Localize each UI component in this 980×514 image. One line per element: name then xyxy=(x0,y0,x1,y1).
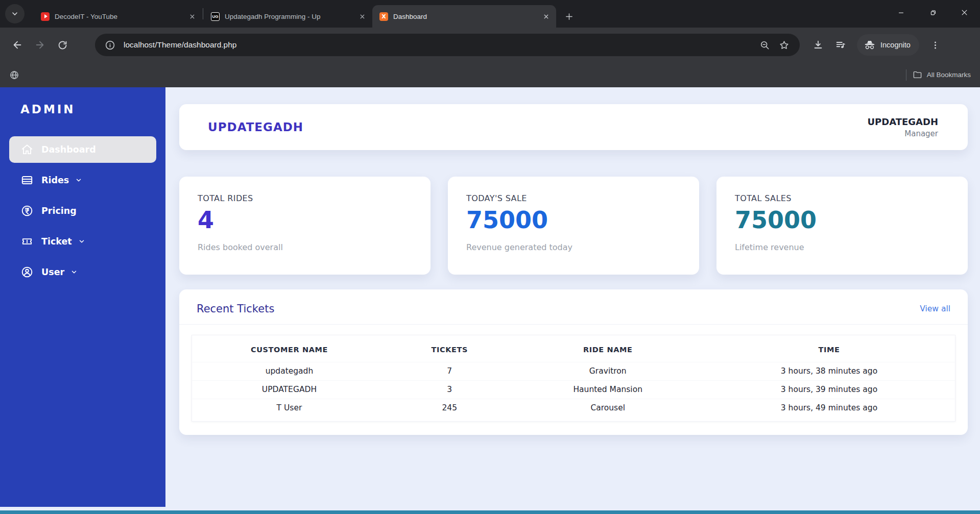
cell-tickets: 7 xyxy=(387,366,513,376)
youtube-icon xyxy=(41,12,50,21)
incognito-badge[interactable]: Incognito xyxy=(857,34,919,56)
main-content: UPDATEGADH UPDATEGADH Manager TOTAL RIDE… xyxy=(165,87,980,514)
user-role: Manager xyxy=(867,129,938,138)
house-icon xyxy=(20,143,34,156)
media-queue-icon xyxy=(835,39,846,51)
back-arrow-icon xyxy=(12,39,23,51)
chevron-down-icon xyxy=(75,177,82,184)
cell-time: 3 hours, 39 minutes ago xyxy=(703,385,955,394)
tab-strip: DecodeIT - YouTube UG Updategadh Program… xyxy=(0,0,980,28)
download-icon xyxy=(812,39,824,51)
column-header-tickets: TICKETS xyxy=(387,346,513,354)
back-button[interactable] xyxy=(6,34,29,56)
cell-tickets: 3 xyxy=(387,385,513,394)
tab-updategadh[interactable]: UG Updategadh Programming - Up xyxy=(204,5,372,28)
sidebar-item-rides[interactable]: Rides xyxy=(9,167,156,193)
tickets-header: Recent Tickets View all xyxy=(179,289,968,325)
sidebar-item-ticket[interactable]: Ticket xyxy=(9,228,156,255)
minimize-button[interactable] xyxy=(885,0,917,25)
sidebar-item-label: Rides xyxy=(41,175,69,185)
sidebar-item-label: Ticket xyxy=(41,236,72,247)
download-button[interactable] xyxy=(807,34,829,56)
column-header-time: TIME xyxy=(703,346,955,354)
sidebar-item-label: Pricing xyxy=(41,206,77,216)
ticket-icon xyxy=(20,235,34,248)
cell-tickets: 245 xyxy=(387,403,513,412)
dashboard-page: ADMIN Dashboard Rides xyxy=(0,87,980,514)
forward-button[interactable] xyxy=(29,34,51,56)
omnibox[interactable]: localhost/Theme/dashboard.php xyxy=(95,34,800,56)
person-icon xyxy=(20,265,34,279)
cell-customer: T User xyxy=(192,403,387,412)
stat-label: TOTAL RIDES xyxy=(198,193,412,203)
forward-arrow-icon xyxy=(34,39,45,51)
reload-icon xyxy=(57,40,68,51)
cell-time: 3 hours, 38 minutes ago xyxy=(703,366,955,376)
sidebar-item-dashboard[interactable]: Dashboard xyxy=(9,136,156,163)
tab-dashboard-active[interactable]: X Dashboard xyxy=(372,5,556,28)
bookmarks-divider xyxy=(906,69,906,81)
sidebar-item-user[interactable]: User xyxy=(9,259,156,285)
stat-description: Lifetime revenue xyxy=(735,242,949,252)
tab-close-button[interactable] xyxy=(541,11,551,21)
xampp-icon: X xyxy=(379,12,388,21)
user-info: UPDATEGADH Manager xyxy=(867,116,938,138)
tab-title: DecodeIT - YouTube xyxy=(55,13,182,20)
cell-ride: Gravitron xyxy=(512,366,703,376)
page-title: UPDATEGADH xyxy=(208,120,303,134)
all-bookmarks-label: All Bookmarks xyxy=(927,71,971,79)
user-name: UPDATEGADH xyxy=(867,116,938,127)
cell-customer: UPDATEGADH xyxy=(192,385,387,394)
tab-close-button[interactable] xyxy=(357,11,367,21)
column-header-ride: RIDE NAME xyxy=(512,346,703,354)
cell-customer: updategadh xyxy=(192,366,387,376)
all-bookmarks-button[interactable]: All Bookmarks xyxy=(913,70,971,80)
tab-search-button[interactable] xyxy=(5,4,25,23)
bottom-strip xyxy=(0,510,980,514)
recent-tickets-card: Recent Tickets View all CUSTOMER NAME TI… xyxy=(179,289,968,435)
new-tab-button[interactable] xyxy=(561,9,577,24)
plus-icon xyxy=(565,12,573,21)
tab-title: Updategadh Programming - Up xyxy=(225,13,352,20)
reload-button[interactable] xyxy=(51,34,74,56)
sidebar: ADMIN Dashboard Rides xyxy=(0,87,165,507)
stat-value: 75000 xyxy=(735,208,949,232)
stat-card-todays-sale: TODAY'S SALE 75000 Revenue generated tod… xyxy=(448,177,699,275)
stat-label: TOTAL SALES xyxy=(735,193,949,203)
url-text[interactable]: localhost/Theme/dashboard.php xyxy=(124,40,755,50)
maximize-button[interactable] xyxy=(917,0,948,25)
info-icon xyxy=(105,40,115,51)
tab-close-button[interactable] xyxy=(187,11,197,21)
site-info-button[interactable] xyxy=(102,37,117,53)
window-controls xyxy=(885,0,980,25)
stat-card-total-sales: TOTAL SALES 75000 Lifetime revenue xyxy=(716,177,968,275)
magnifier-icon xyxy=(759,40,770,51)
bookmark-button[interactable] xyxy=(774,35,794,55)
globe-icon[interactable] xyxy=(9,70,19,80)
chevron-down-icon xyxy=(78,238,85,245)
stat-value: 75000 xyxy=(466,208,681,232)
ug-site-icon: UG xyxy=(211,12,220,21)
close-icon xyxy=(961,9,968,16)
zoom-button[interactable] xyxy=(755,35,774,55)
close-icon xyxy=(543,13,549,20)
table-header-row: CUSTOMER NAME TICKETS RIDE NAME TIME xyxy=(192,342,955,362)
sidebar-item-pricing[interactable]: Pricing xyxy=(9,198,156,224)
sidebar-item-label: User xyxy=(41,267,64,277)
incognito-label: Incognito xyxy=(880,41,911,49)
media-controls-button[interactable] xyxy=(829,34,852,56)
view-all-link[interactable]: View all xyxy=(920,304,950,313)
minimize-icon xyxy=(897,9,905,16)
column-header-customer: CUSTOMER NAME xyxy=(192,346,387,354)
close-window-button[interactable] xyxy=(948,0,980,25)
stat-label: TODAY'S SALE xyxy=(466,193,681,203)
stats-row: TOTAL RIDES 4 Rides booked overall TODAY… xyxy=(179,177,968,275)
tab-youtube[interactable]: DecodeIT - YouTube xyxy=(34,5,202,28)
table-icon xyxy=(20,174,34,187)
sidebar-menu: Dashboard Rides Pricing xyxy=(0,136,165,285)
menu-button[interactable] xyxy=(924,34,947,56)
stat-value: 4 xyxy=(198,208,412,232)
tickets-table: CUSTOMER NAME TICKETS RIDE NAME TIME upd… xyxy=(192,335,955,422)
rupee-icon xyxy=(20,204,34,217)
stat-card-total-rides: TOTAL RIDES 4 Rides booked overall xyxy=(179,177,431,275)
